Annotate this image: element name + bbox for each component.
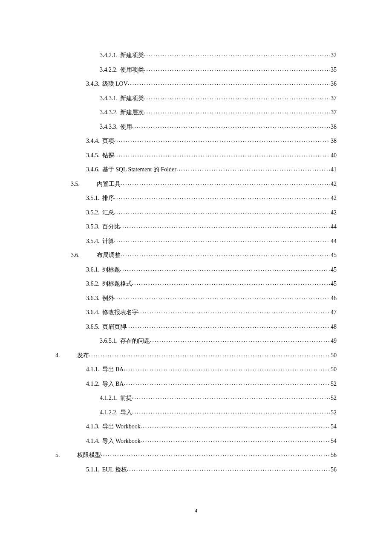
toc-entry-page: 45 [330,280,337,287]
toc-entry[interactable]: 3.5.2.汇总42 [55,208,337,217]
toc-entry-number: 4.1.4. [86,438,100,445]
toc-entry-title: 新建层次 [120,109,144,116]
toc-leader-dots [176,165,330,171]
toc-list: 3.4.2.1.新建项类323.4.2.2.使用项类353.4.3.级联 LOV… [55,51,337,474]
toc-entry-number: 3.6.5. [86,324,100,330]
toc-entry[interactable]: 3.6.5.页眉页脚48 [55,323,337,331]
toc-leader-dots [124,380,330,386]
toc-leader-dots [121,180,330,186]
toc-leader-dots [126,323,330,329]
toc-entry-number: 5. [55,452,60,459]
toc-leader-dots [114,151,330,157]
toc-leader-dots [114,137,330,143]
toc-leader-dots [127,465,330,471]
toc-entry[interactable]: 3.4.2.1.新建项类32 [55,51,337,59]
toc-entry[interactable]: 3.4.3.2.新建层次37 [55,108,337,116]
toc-entry[interactable]: 4.1.1.导出 BA50 [55,365,337,373]
toc-entry-page: 52 [330,409,337,416]
toc-entry-title: 内置工具 [97,180,121,188]
toc-entry-number: 3.5.2. [86,209,100,216]
toc-leader-dots [124,365,330,371]
toc-entry-title: 使用 [120,123,132,131]
toc-entry-title: 页眉页脚 [102,323,126,331]
toc-entry-page: 42 [330,209,337,216]
toc-entry[interactable]: 3.6.2.列标题格式45 [55,280,337,288]
toc-entry-page: 50 [330,366,337,373]
toc-entry-number: 3.4.6. [86,166,100,173]
toc-entry-page: 56 [330,452,337,459]
toc-entry-page: 40 [330,152,337,159]
toc-entry[interactable]: 3.6.布局调整45 [55,251,337,259]
toc-entry-title: 修改报表名字 [102,309,138,316]
toc-entry-number: 4. [55,352,60,359]
toc-entry[interactable]: 4.1.2.2.导入52 [55,408,337,416]
toc-entry-number: 3.6.2. [86,280,100,287]
toc-entry-title: 新建项类 [120,52,144,59]
toc-entry-number: 4.1.2.1. [100,395,118,402]
toc-entry-number: 3.5.1. [86,195,100,202]
toc-leader-dots [132,123,330,129]
toc-entry-number: 3.4.3.2. [100,109,118,116]
toc-entry[interactable]: 3.5.3.百分比44 [55,223,337,231]
toc-entry[interactable]: 5.权限模型56 [55,451,337,459]
toc-entry[interactable]: 4.1.4.导入 Workbook54 [55,437,337,445]
toc-leader-dots [114,194,330,200]
toc-leader-dots [132,280,330,286]
toc-leader-dots [132,394,330,400]
toc-entry-page: 46 [330,295,337,302]
toc-entry-title: 新建项类 [120,95,144,102]
toc-entry-page: 52 [330,395,337,402]
toc-entry-number: 3.4.2.1. [100,52,118,59]
page-number: 4 [195,507,198,514]
toc-entry-page: 35 [330,66,337,73]
toc-entry-page: 50 [330,352,337,359]
toc-entry[interactable]: 3.6.3.例外46 [55,294,337,302]
toc-entry-title: 导入 Workbook [102,437,141,445]
toc-entry[interactable]: 4.发布50 [55,351,337,359]
toc-entry[interactable]: 3.6.4.修改报表名字47 [55,308,337,316]
toc-leader-dots [114,237,330,243]
toc-entry-page: 41 [330,166,337,173]
toc-entry-number: 4.1.2.2. [100,409,118,416]
toc-entry[interactable]: 3.4.6.基于 SQL Statement 的 Folder41 [55,165,337,173]
toc-entry-number: 4.1.2. [86,381,100,387]
toc-entry-number: 5.1.1. [86,466,100,473]
toc-entry-title: 汇总 [102,209,114,217]
toc-entry[interactable]: 3.4.3.1.新建项类37 [55,94,337,102]
toc-entry-page: 44 [330,223,337,230]
toc-leader-dots [89,351,330,357]
toc-leader-dots [144,108,330,114]
toc-entry[interactable]: 3.5.内置工具42 [55,180,337,188]
toc-entry-number: 4.1.1. [86,366,100,373]
toc-entry[interactable]: 3.4.2.2.使用项类35 [55,66,337,74]
toc-entry-number: 3.6.4. [86,309,100,316]
toc-entry[interactable]: 3.4.5.钻探40 [55,151,337,159]
toc-entry-page: 38 [330,124,337,130]
toc-entry-page: 47 [330,309,337,316]
toc-entry[interactable]: 3.4.4.页项38 [55,137,337,145]
toc-entry[interactable]: 3.4.3.级联 LOV36 [55,80,337,88]
toc-entry[interactable]: 3.6.1.列标题45 [55,266,337,274]
toc-entry[interactable]: 3.4.3.3.使用38 [55,123,337,131]
toc-entry-title: 布局调整 [97,251,121,259]
toc-entry[interactable]: 3.6.5.1.存在的问题49 [55,337,337,345]
toc-entry-title: 存在的问题 [120,337,150,345]
toc-leader-dots [114,208,330,214]
toc-entry-number: 3.4.3.3. [100,124,118,130]
toc-entry-number: 3.4.3.1. [100,95,118,102]
toc-entry[interactable]: 5.1.1.EUL 授权56 [55,465,337,474]
toc-entry-number: 3.4.5. [86,152,100,159]
toc-entry[interactable]: 4.1.2.导入 BA52 [55,380,337,388]
toc-leader-dots [132,408,330,414]
page-footer: 4 [0,507,392,514]
toc-entry-number: 3.6.5.1. [100,338,118,344]
toc-entry-title: EUL 授权 [102,466,127,474]
toc-leader-dots [144,51,330,57]
toc-entry[interactable]: 3.5.1.排序42 [55,194,337,202]
toc-entry[interactable]: 4.1.2.1.前提52 [55,394,337,402]
toc-entry[interactable]: 3.5.4.计算44 [55,237,337,245]
toc-entry-title: 钻探 [102,152,114,159]
toc-entry-number: 4.1.3. [86,423,100,430]
toc-entry[interactable]: 4.1.3.导出 Workbook54 [55,422,337,431]
toc-entry-number: 3.4.3. [86,81,100,87]
